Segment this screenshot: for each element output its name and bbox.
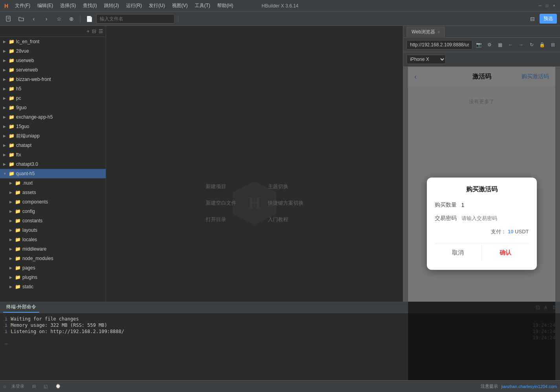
screenshot-button[interactable]: 📷: [475, 40, 483, 49]
history-button[interactable]: ⊕: [66, 13, 77, 24]
sidebar-item-exchange-app-h5[interactable]: ▶📁exchange-app-h5: [0, 112, 106, 122]
status-icon-1[interactable]: ⊟: [30, 384, 38, 389]
modal-overlay: 购买激活码 购买数量 1 交易密码 支付： 10 USDT: [408, 67, 555, 380]
menu-find[interactable]: 查找(I): [80, 1, 100, 11]
terminal-tab[interactable]: 终端-外部命令: [3, 302, 39, 313]
menu-tools[interactable]: 工具(T): [192, 1, 213, 11]
sidebar-item-chatapt[interactable]: ▶📁chatapt: [0, 141, 106, 150]
forward-nav-button[interactable]: →: [517, 40, 525, 49]
payment-amount: 10: [508, 229, 513, 234]
sidebar-item-pc[interactable]: ▶📁pc: [0, 93, 106, 103]
open-button[interactable]: [16, 13, 27, 24]
tutorial-button[interactable]: 入门教程: [268, 216, 304, 223]
file-name-input[interactable]: [96, 14, 175, 24]
quant-h5-children: ▶📁.nuxt ▶📁assets ▶📁components ▶📁config ▶…: [0, 178, 106, 291]
new-project-button[interactable]: 新建项目: [206, 183, 236, 190]
transaction-password-input[interactable]: [461, 215, 529, 221]
quantity-value: 1: [461, 202, 465, 208]
web-browser-tab-label: Web浏览器: [412, 29, 435, 35]
line-prefix: i: [5, 316, 7, 322]
open-directory-button[interactable]: 打开目录: [206, 216, 236, 223]
quick-col-left: 新建项目 新建空白文件 打开目录: [206, 183, 236, 223]
status-icon-2[interactable]: ◱: [41, 384, 50, 389]
device-selector[interactable]: iPhone X: [406, 55, 446, 64]
sidebar-header: + ⊟ ☰: [0, 26, 106, 37]
shortcut-switch-button[interactable]: 快捷键方案切换: [268, 200, 304, 207]
sidebar-item-constants[interactable]: ▶📁constants: [6, 216, 106, 225]
sidebar-item-chatapt3[interactable]: ▶📁chatapt3.0: [0, 159, 106, 169]
sidebar-item-layouts[interactable]: ▶📁layouts: [6, 225, 106, 235]
status-icon-3[interactable]: ⌚: [53, 384, 63, 389]
sidebar-item-nuxt[interactable]: ▶📁.nuxt: [6, 178, 106, 188]
device-tools-button[interactable]: ⊞: [549, 40, 557, 49]
sidebar-item-components[interactable]: ▶📁components: [6, 197, 106, 207]
sidebar-item-lc-en-front[interactable]: ▶📁lc_en_front: [0, 37, 106, 46]
browser-tab-close[interactable]: ×: [437, 30, 440, 34]
new-file-button[interactable]: [3, 13, 14, 24]
menu-goto[interactable]: 跳转(J): [101, 1, 122, 11]
refresh-button[interactable]: ↻: [527, 40, 536, 49]
preselect-button[interactable]: 预选: [540, 14, 557, 24]
menu-publish[interactable]: 发行(U): [146, 1, 168, 11]
sidebar-menu-icon[interactable]: ☰: [99, 28, 103, 34]
sidebar-item-userweb[interactable]: ▶📁userweb: [0, 56, 106, 65]
line-text: Waiting for file changes: [11, 316, 79, 322]
quick-actions: 新建项目 新建空白文件 打开目录 主题切换 快捷键方案切换 入门教程: [206, 183, 304, 223]
quantity-row: 购买数量 1: [435, 201, 529, 209]
maximize-button[interactable]: □: [544, 3, 550, 9]
window-controls: ─ □ ×: [537, 3, 557, 9]
menu-edit[interactable]: 编辑(E): [34, 1, 56, 11]
cancel-button[interactable]: 取消: [435, 244, 482, 262]
theme-switch-button[interactable]: 主题切换: [268, 183, 304, 190]
menu-help[interactable]: 帮助(H): [214, 1, 236, 11]
sidebar-item-qianduan-uniapp[interactable]: ▶📁前端uniapp: [0, 131, 106, 141]
sidebar-item-ftx[interactable]: ▶📁ftx: [0, 150, 106, 159]
forward-button[interactable]: ›: [41, 13, 52, 24]
menu-file[interactable]: 文件(F): [12, 1, 33, 11]
sidebar-add-icon[interactable]: +: [86, 28, 90, 34]
sidebar-item-plugins[interactable]: ▶📁plugins: [6, 273, 106, 282]
qrcode-button[interactable]: ▦: [496, 40, 504, 49]
sidebar-item-bizzan-web-front[interactable]: ▶📁bizzan-web-front: [0, 75, 106, 84]
quantity-label: 购买数量: [435, 201, 457, 209]
browser-tab-bar: Web浏览器 ×: [403, 26, 560, 38]
sidebar-item-15guo[interactable]: ▶📁15guo: [0, 122, 106, 131]
sidebar-collapse-icon[interactable]: ⊟: [92, 28, 96, 34]
sidebar-item-assets[interactable]: ▶📁assets: [6, 188, 106, 197]
browser-viewport: ‹ 激活码 购买激活码 没有更多了 购买激活码 购买数量 1: [403, 67, 560, 380]
sidebar-item-middleware[interactable]: ▶📁middleware: [6, 244, 106, 254]
sidebar-item-9guo[interactable]: ▶📁9guo: [0, 103, 106, 112]
toolbar: ‹ › ☆ ⊕ 📄 ⊟ 预选: [0, 12, 560, 26]
sidebar-item-28vue[interactable]: ▶📁28vue: [0, 46, 106, 56]
sidebar-item-static[interactable]: ▶📁static: [6, 282, 106, 291]
sidebar-item-h5[interactable]: ▶📁h5: [0, 84, 106, 93]
sidebar-item-quant-h5[interactable]: ▼📁quant-h5: [0, 169, 106, 178]
menu-run[interactable]: 运行(R): [123, 1, 145, 11]
menu-select[interactable]: 选择(S): [57, 1, 79, 11]
filter-icon[interactable]: ⊟: [527, 13, 538, 24]
settings-button[interactable]: ⚙: [485, 40, 494, 49]
lock-icon: 🔒: [538, 40, 546, 49]
payment-currency: USDT: [515, 229, 529, 234]
sidebar-item-locales[interactable]: ▶📁locales: [6, 235, 106, 244]
sidebar-item-node-modules[interactable]: ▶📁node_modules: [6, 254, 106, 263]
website-link[interactable]: jianzhan.charlesyin1204.com: [501, 384, 557, 389]
web-browser-tab[interactable]: Web浏览器 ×: [406, 27, 445, 37]
bookmark-button[interactable]: ☆: [53, 13, 64, 24]
back-nav-button[interactable]: ←: [507, 40, 515, 49]
app-icon: H: [3, 3, 9, 9]
minimize-button[interactable]: ─: [537, 3, 543, 9]
menu-view[interactable]: 视图(V): [169, 1, 191, 11]
close-button[interactable]: ×: [551, 3, 557, 9]
new-blank-file-button[interactable]: 新建空白文件: [206, 200, 236, 207]
modal-title: 购买激活码: [435, 185, 529, 194]
sidebar-item-config[interactable]: ▶📁config: [6, 207, 106, 216]
user-status[interactable]: 未登录: [9, 383, 27, 389]
web-browser-panel: Web浏览器 × 📷 ⚙ ▦ ← → ↻ 🔒 ⊞ iPhone X ‹ 激活码: [403, 26, 560, 380]
confirm-button[interactable]: 确认: [482, 244, 529, 262]
url-input[interactable]: [406, 40, 472, 49]
sidebar-item-serverweb[interactable]: ▶📁serverweb: [0, 65, 106, 75]
line-text: Listening on: http://192.168.2.109:8888/: [11, 329, 124, 334]
sidebar-item-pages[interactable]: ▶📁pages: [6, 263, 106, 273]
back-button[interactable]: ‹: [28, 13, 39, 24]
